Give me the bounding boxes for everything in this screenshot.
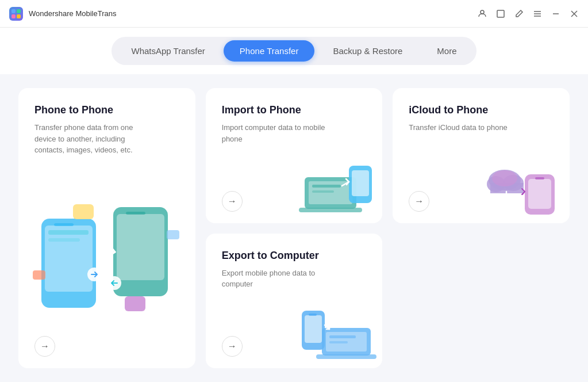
svg-rect-0 <box>11 9 16 13</box>
card-icloud-desc: Transfer iCloud data to phone <box>409 122 524 133</box>
app-title: Wondershare MobileTrans <box>29 9 116 18</box>
card-icloud-to-phone[interactable]: iCloud to Phone Transfer iCloud data to … <box>393 88 570 223</box>
import-illustration <box>296 148 376 217</box>
card-export-to-computer[interactable]: Export to Computer Export mobile phone d… <box>206 234 383 369</box>
card-import-to-phone[interactable]: Import to Phone Import computer data to … <box>206 88 383 223</box>
svg-rect-15 <box>48 230 89 235</box>
svg-rect-16 <box>48 238 80 242</box>
svg-rect-43 <box>309 314 317 316</box>
svg-rect-20 <box>73 204 94 219</box>
card-import-arrow[interactable]: → <box>222 191 243 212</box>
svg-rect-14 <box>54 223 74 226</box>
card-import-content: Import to Phone Import computer data to … <box>222 104 367 144</box>
card-icloud-arrow[interactable]: → <box>409 191 429 212</box>
svg-rect-21 <box>125 296 145 311</box>
card-export-title: Export to Computer <box>222 250 367 262</box>
svg-rect-30 <box>312 190 334 193</box>
card-import-title: Import to Phone <box>222 104 367 116</box>
nav-area: WhatsApp Transfer Phone Transfer Backup … <box>0 28 588 74</box>
svg-rect-2 <box>11 14 16 18</box>
svg-rect-25 <box>167 230 179 239</box>
svg-rect-34 <box>528 179 551 209</box>
svg-rect-48 <box>329 341 348 343</box>
svg-rect-42 <box>305 315 322 343</box>
svg-rect-24 <box>33 270 45 280</box>
nav-pill: WhatsApp Transfer Phone Transfer Backup … <box>112 37 476 65</box>
card-phone-to-phone[interactable]: Phone to Phone Transfer phone data from … <box>18 88 195 368</box>
minimize-button[interactable] <box>551 9 560 18</box>
tab-phone[interactable]: Phone Transfer <box>224 40 315 62</box>
svg-rect-29 <box>312 185 341 188</box>
svg-rect-28 <box>299 208 362 212</box>
svg-rect-46 <box>316 354 376 359</box>
tab-backup[interactable]: Backup & Restore <box>317 40 418 62</box>
svg-rect-18 <box>117 214 164 280</box>
user-icon[interactable] <box>478 9 487 18</box>
app-icon <box>9 7 23 21</box>
svg-rect-32 <box>352 170 369 196</box>
phone-to-phone-illustration <box>30 184 190 345</box>
tab-whatsapp[interactable]: WhatsApp Transfer <box>115 40 221 62</box>
card-import-desc: Import computer data to mobile phone <box>222 122 337 144</box>
cards-grid: Phone to Phone Transfer phone data from … <box>18 88 570 368</box>
card-export-content: Export to Computer Export mobile phone d… <box>222 250 367 290</box>
titlebar-right <box>478 9 579 18</box>
card-phone-to-phone-title: Phone to Phone <box>34 104 179 116</box>
svg-rect-35 <box>535 177 544 179</box>
svg-rect-3 <box>17 14 21 18</box>
svg-rect-19 <box>126 212 145 215</box>
svg-rect-5 <box>497 10 504 17</box>
svg-point-40 <box>492 170 517 186</box>
window-icon[interactable] <box>496 9 505 18</box>
menu-icon[interactable] <box>533 9 542 18</box>
icloud-illustration <box>485 148 565 217</box>
edit-icon[interactable] <box>514 9 524 18</box>
main-content: Phone to Phone Transfer phone data from … <box>0 74 588 382</box>
close-button[interactable] <box>570 9 579 18</box>
svg-rect-1 <box>17 9 21 13</box>
svg-point-4 <box>481 10 484 14</box>
card-icloud-content: iCloud to Phone Transfer iCloud data to … <box>409 104 554 133</box>
titlebar-left: Wondershare MobileTrans <box>9 7 116 21</box>
card-export-desc: Export mobile phone data to computer <box>222 268 337 290</box>
svg-rect-47 <box>329 335 356 338</box>
card-icloud-title: iCloud to Phone <box>409 104 554 116</box>
card-export-arrow[interactable]: → <box>222 336 243 357</box>
tab-more[interactable]: More <box>421 40 472 62</box>
titlebar: Wondershare MobileTrans <box>0 0 588 28</box>
card-content-top: Phone to Phone Transfer phone data from … <box>34 104 179 156</box>
export-illustration <box>296 293 376 362</box>
svg-rect-13 <box>45 226 93 292</box>
card-phone-to-phone-desc: Transfer phone data from one device to a… <box>34 122 149 156</box>
